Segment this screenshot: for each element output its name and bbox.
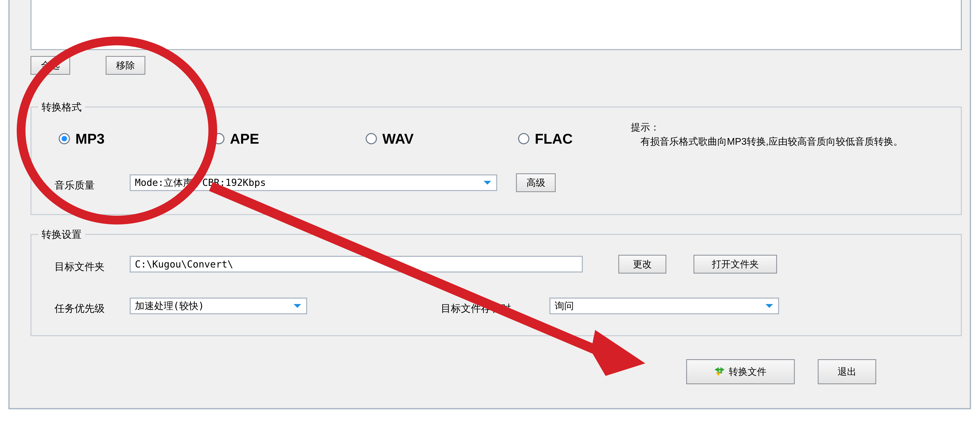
remove-label: 移除 <box>116 59 135 71</box>
format-hint-title: 提示： <box>631 122 660 133</box>
radio-dot-icon <box>213 133 224 144</box>
open-folder-button[interactable]: 打开文件夹 <box>694 255 777 273</box>
settings-group: 转换设置 目标文件夹 C:\Kugou\Convert\ 更改 打开文件夹 任务… <box>30 234 962 336</box>
quality-dropdown[interactable]: Mode:立体声；CBR:192Kbps <box>130 175 497 191</box>
priority-dropdown[interactable]: 加速处理(较快) <box>130 297 307 314</box>
change-dest-button[interactable]: 更改 <box>618 255 667 273</box>
dest-label: 目标文件夹 <box>54 260 105 273</box>
priority-label: 任务优先级 <box>54 302 105 315</box>
radio-dot-icon <box>59 133 70 144</box>
format-hint: 提示： 有损音乐格式歌曲向MP3转换,应由较高音质向较低音质转换。 <box>631 120 948 148</box>
format-group: 转换格式 MP3 APE WAV FLAC 提示： 有损音乐格式歌曲向MP3转换… <box>30 106 962 215</box>
format-radio-mp3-label: MP3 <box>75 130 105 147</box>
format-group-legend: 转换格式 <box>38 100 85 114</box>
chevron-down-icon <box>484 181 491 184</box>
settings-group-legend: 转换设置 <box>38 228 85 241</box>
format-radio-flac[interactable]: FLAC <box>518 130 573 147</box>
chevron-down-icon <box>294 304 301 308</box>
chevron-down-icon <box>765 304 773 308</box>
format-radio-mp3[interactable]: MP3 <box>59 130 105 147</box>
convert-button[interactable]: 转换文件 <box>686 359 795 384</box>
format-radio-ape-label: APE <box>230 130 259 147</box>
quality-label: 音乐质量 <box>54 178 95 192</box>
exit-label: 退出 <box>838 365 856 378</box>
advanced-button[interactable]: 高级 <box>516 173 556 192</box>
exit-button[interactable]: 退出 <box>818 359 876 384</box>
advanced-label: 高级 <box>527 176 545 189</box>
format-hint-body: 有损音乐格式歌曲向MP3转换,应由较高音质向较低音质转换。 <box>631 136 903 147</box>
format-radio-wav[interactable]: WAV <box>366 130 414 147</box>
exists-dropdown[interactable]: 询问 <box>549 297 779 314</box>
dialog-frame: 全选 移除 转换格式 MP3 APE WAV FLAC 提示： 有损音乐格 <box>8 0 971 409</box>
select-all-button[interactable]: 全选 <box>30 56 70 75</box>
format-radio-flac-label: FLAC <box>535 130 573 147</box>
open-folder-label: 打开文件夹 <box>712 258 759 270</box>
convert-icon <box>714 367 725 377</box>
convert-label: 转换文件 <box>729 365 766 378</box>
dest-input[interactable]: C:\Kugou\Convert\ <box>130 256 583 273</box>
exists-label: 目标文件存在时 <box>441 302 511 315</box>
radio-dot-icon <box>518 133 529 144</box>
priority-value: 加速处理(较快) <box>135 299 204 312</box>
exists-value: 询问 <box>555 299 574 312</box>
dest-value: C:\Kugou\Convert\ <box>135 259 233 270</box>
radio-dot-icon <box>366 133 377 144</box>
remove-button[interactable]: 移除 <box>106 56 145 75</box>
format-radio-wav-label: WAV <box>382 130 414 147</box>
quality-value: Mode:立体声；CBR:192Kbps <box>135 176 266 189</box>
change-dest-label: 更改 <box>633 258 652 270</box>
format-radio-ape[interactable]: APE <box>213 130 259 147</box>
select-all-label: 全选 <box>41 59 60 71</box>
file-list-box <box>30 0 962 50</box>
